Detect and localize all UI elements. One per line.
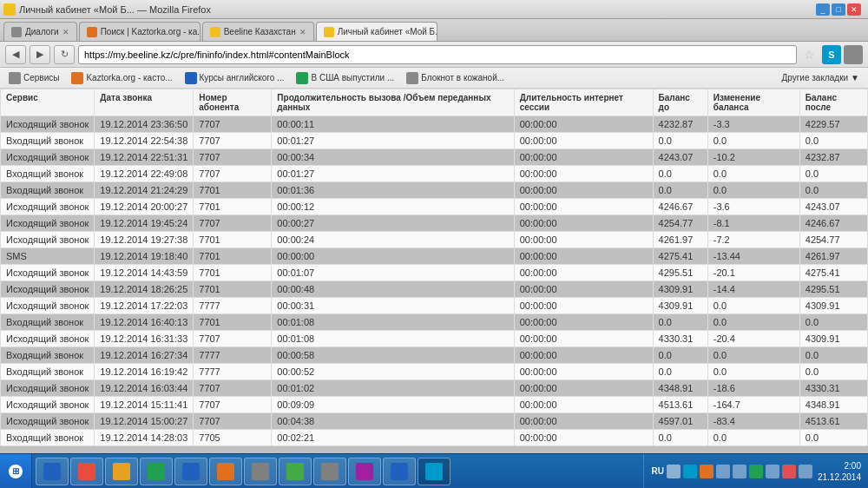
tab-beeline[interactable]: Beeline Казахстан ✕ [202,22,314,41]
start-button[interactable]: ⊞ [0,454,32,488]
back-button[interactable]: ◀ [5,45,26,64]
taskbar-music[interactable] [348,458,381,485]
table-cell: 00:01:27 [272,133,514,149]
app6-icon [252,463,269,480]
taskbar-app4[interactable] [174,458,207,485]
title-bar: Личный кабинет «Мой Б... — Mozilla Firef… [0,0,868,19]
table-cell: 0.0 [799,430,867,446]
bookmark-star[interactable]: ☆ [800,48,819,62]
table-cell: 00:00:34 [272,149,514,166]
table-cell: 00:01:27 [272,166,514,182]
taskbar-folder[interactable] [105,458,138,485]
tab-label: Поиск | Kaztorka.org - ка... [101,27,201,36]
table-cell: 00:00:00 [514,413,653,430]
table-cell: 4254.77 [799,232,867,248]
tab-close-icon[interactable]: ✕ [62,28,69,36]
close-button[interactable]: ✕ [847,3,861,16]
table-cell: 4513.61 [653,397,707,413]
table-cell: 0.0 [707,364,799,380]
table-cell: 00:00:00 [514,331,653,347]
bookmark-others[interactable]: Другие закладки ▼ [778,71,863,84]
table-cell: 4309.91 [653,298,707,314]
tray-icon-3 [700,465,713,478]
table-cell: Исходящий звонок [1,397,95,413]
tools-icon[interactable] [844,45,863,64]
table-row: Исходящий звонок19.12.2014 19:45:2477070… [1,215,868,232]
bookmark-english[interactable]: Курсы английского ... [181,70,288,86]
taskbar-ie[interactable] [36,458,69,485]
taskbar-chrome[interactable] [70,458,103,485]
bookmark-icon [185,72,197,84]
table-cell: 00:00:24 [272,232,514,248]
table-cell: 4295.51 [653,265,707,281]
table-cell: 4330.31 [799,380,867,397]
table-cell: 7707 [194,397,272,413]
table-cell: 4232.87 [799,149,867,166]
table-cell: 19.12.2014 15:11:41 [95,397,194,413]
col-balance-before: Баланс до [653,89,707,116]
date-display: 21.12.2014 [818,472,861,483]
table-cell: Входящий звонок [1,182,95,199]
taskbar-app3[interactable] [140,458,173,485]
col-balance-change: Изменение баланса [707,89,799,116]
table-row: Исходящий звонок19.12.2014 15:00:2777070… [1,413,868,430]
table-cell: 00:00:00 [514,199,653,215]
bookmark-kaztorka[interactable]: Kaztorka.org - касто... [68,70,175,86]
taskbar-beeline[interactable] [418,458,450,485]
tab-dialogi[interactable]: Диалоги ✕ [3,22,77,41]
bookmark-usa[interactable]: В США выпустили ... [293,70,398,86]
table-cell: Входящий звонок [1,314,95,331]
minimize-button[interactable]: _ [816,3,830,16]
skype-icon[interactable]: S [822,45,841,64]
table-cell: 00:02:21 [272,430,514,446]
language-indicator: RU [651,466,663,476]
bookmark-servisy[interactable]: Сервисы [5,70,62,86]
table-cell: 7777 [194,347,272,364]
app5-icon [217,463,234,480]
tray-icon-5 [733,465,746,478]
taskbar-app6[interactable] [244,458,277,485]
maximize-button[interactable]: □ [832,3,845,16]
table-cell: -20.4 [707,331,799,347]
table-cell: 0.0 [707,182,799,199]
address-bar[interactable] [78,45,797,64]
tab-lk[interactable]: Личный кабинет «Мой Б... ✕ [316,22,437,41]
forward-button[interactable]: ▶ [30,45,50,64]
app3-icon [148,463,165,480]
bookmark-label: Курсы английского ... [200,73,285,82]
table-cell: 0.0 [653,182,707,199]
clock: 2:00 21.12.2014 [818,460,861,483]
table-cell: 19.12.2014 18:26:25 [95,281,194,298]
beeline-taskbar-icon [425,463,443,480]
taskbar-app10[interactable] [383,458,416,485]
bookmark-icon [296,72,308,84]
tab-label: Диалоги [25,27,59,36]
table-cell: -10.2 [707,149,799,166]
table-cell: 0.0 [707,133,799,149]
table-cell: 00:00:00 [514,232,653,248]
table-cell: -14.4 [707,281,799,298]
table-cell: 00:00:12 [272,199,514,215]
taskbar-app8[interactable] [313,458,346,485]
table-cell: 00:00:00 [514,347,653,364]
taskbar-app5[interactable] [209,458,242,485]
table-cell: 00:01:02 [272,380,514,397]
table-cell: -13.44 [707,248,799,265]
tab-kaztorka[interactable]: Поиск | Kaztorka.org - ка... ✕ [79,22,201,41]
torrent-icon [286,463,304,480]
music-icon [356,463,373,480]
table-cell: Исходящий звонок [1,265,95,281]
bookmark-notepad[interactable]: Блокнот в кожаной... [403,70,508,86]
table-row: Исходящий звонок19.12.2014 17:22:0377770… [1,298,868,314]
reload-button[interactable]: ↻ [54,45,75,64]
table-cell: 0.0 [653,430,707,446]
table-cell: 7701 [194,248,272,265]
tray-icon-8 [782,465,796,478]
table-cell: 00:00:31 [272,298,514,314]
table-cell: 00:00:00 [514,380,653,397]
tab-close-icon[interactable]: ✕ [299,28,306,36]
table-row: Входящий звонок19.12.2014 14:28:03770500… [1,430,868,446]
table-cell: 7701 [194,281,272,298]
table-cell: 00:00:11 [272,116,514,133]
taskbar-torrent[interactable] [279,458,312,485]
